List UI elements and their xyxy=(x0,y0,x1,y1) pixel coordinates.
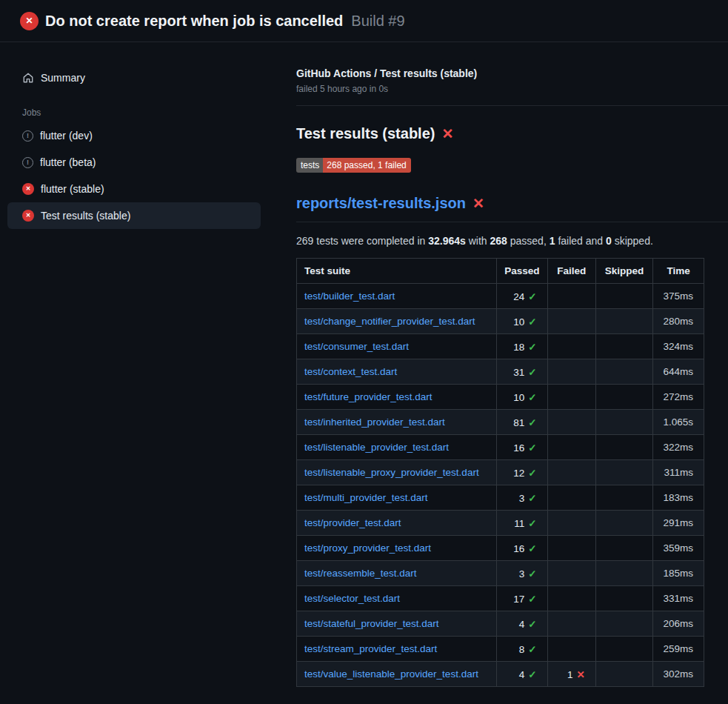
table-row: test/selector_test.dart17✓331ms xyxy=(297,586,704,611)
passed-cell: 10✓ xyxy=(497,309,547,334)
time-cell: 359ms xyxy=(653,536,704,561)
failed-cell xyxy=(547,359,595,385)
divider xyxy=(296,105,728,106)
time-cell: 331ms xyxy=(653,586,704,611)
failed-cell xyxy=(547,309,595,334)
sidebar-item-flutter-stable[interactable]: ✕ flutter (stable) xyxy=(7,176,261,202)
sidebar-item-test-results-stable[interactable]: ✕ Test results (stable) xyxy=(7,202,261,229)
time-cell: 644ms xyxy=(653,359,704,385)
report-title-link[interactable]: reports/test-results.json xyxy=(296,195,466,212)
check-icon: ✓ xyxy=(528,543,536,554)
failed-cell: 1✕ xyxy=(547,662,595,687)
check-icon: ✓ xyxy=(528,417,536,428)
passed-count: 18 xyxy=(513,342,524,353)
check-icon: ✓ xyxy=(528,619,536,630)
section-title: Test results (stable) xyxy=(296,125,435,142)
failed-cell xyxy=(547,611,595,637)
job-failed-icon: ✕ xyxy=(22,210,34,222)
suite-link[interactable]: test/context_test.dart xyxy=(304,366,397,377)
passed-cell: 16✓ xyxy=(497,435,547,460)
time-cell: 302ms xyxy=(653,662,704,687)
suite-link[interactable]: test/listenable_proxy_provider_test.dart xyxy=(304,467,479,478)
suite-cell: test/future_provider_test.dart xyxy=(297,385,497,410)
summary-skipped: 0 xyxy=(606,235,612,247)
table-row: test/stream_provider_test.dart8✓259ms xyxy=(297,637,704,662)
time-cell: 322ms xyxy=(653,435,704,460)
summary-failed: 1 xyxy=(550,235,555,247)
passed-cell: 17✓ xyxy=(497,586,547,611)
table-row: test/listenable_provider_test.dart16✓322… xyxy=(297,435,704,460)
suite-link[interactable]: test/provider_test.dart xyxy=(304,517,401,528)
skipped-cell xyxy=(595,485,652,511)
time-cell: 311ms xyxy=(653,460,704,485)
col-time: Time xyxy=(653,259,704,284)
passed-cell: 8✓ xyxy=(497,637,547,662)
sidebar-item-summary[interactable]: Summary xyxy=(7,64,261,91)
suite-link[interactable]: test/future_provider_test.dart xyxy=(304,391,433,402)
suite-link[interactable]: test/inherited_provider_test.dart xyxy=(304,416,445,428)
table-row: test/consumer_test.dart18✓324ms xyxy=(297,334,704,359)
suite-link[interactable]: test/listenable_provider_test.dart xyxy=(304,442,449,453)
suite-link[interactable]: test/stream_provider_test.dart xyxy=(304,643,437,654)
time-cell: 375ms xyxy=(653,284,704,309)
suite-cell: test/inherited_provider_test.dart xyxy=(297,410,497,435)
table-row: test/value_listenable_provider_test.dart… xyxy=(297,662,704,687)
jobs-heading: Jobs xyxy=(22,107,261,118)
table-row: test/multi_provider_test.dart3✓183ms xyxy=(297,485,704,511)
job-label: flutter (beta) xyxy=(40,156,96,168)
suite-link[interactable]: test/consumer_test.dart xyxy=(304,341,409,352)
table-row: test/proxy_provider_test.dart16✓359ms xyxy=(297,536,704,561)
failed-cell xyxy=(547,536,595,561)
suite-link[interactable]: test/reassemble_test.dart xyxy=(304,568,417,579)
suite-link[interactable]: test/value_listenable_provider_test.dart xyxy=(304,668,478,680)
table-row: test/stateful_provider_test.dart4✓206ms xyxy=(297,611,704,637)
failed-cell xyxy=(547,511,595,536)
time-cell: 206ms xyxy=(653,611,704,637)
passed-count: 11 xyxy=(514,518,524,529)
table-row: test/change_notifier_provider_test.dart1… xyxy=(297,309,704,334)
time-cell: 280ms xyxy=(653,309,704,334)
breadcrumb: GitHub Actions / Test results (stable) xyxy=(296,67,728,79)
sidebar-item-flutter-dev[interactable]: ! flutter (dev) xyxy=(7,122,261,149)
suite-link[interactable]: test/change_notifier_provider_test.dart xyxy=(304,316,475,327)
failed-cell xyxy=(547,284,595,309)
x-icon: ✕ xyxy=(577,669,585,680)
suite-link[interactable]: test/stateful_provider_test.dart xyxy=(304,618,439,629)
skipped-cell xyxy=(595,284,652,309)
passed-cell: 4✓ xyxy=(497,662,547,687)
failed-cell xyxy=(547,637,595,662)
results-table-body: test/builder_test.dart24✓375mstest/chang… xyxy=(297,284,704,687)
check-icon: ✓ xyxy=(528,468,536,479)
report-heading: reports/test-results.json ✕ xyxy=(296,195,728,222)
passed-count: 16 xyxy=(513,543,524,554)
table-row: test/inherited_provider_test.dart81✓1.06… xyxy=(297,410,704,435)
passed-count: 16 xyxy=(513,442,524,454)
suite-cell: test/provider_test.dart xyxy=(297,511,497,536)
skipped-cell xyxy=(595,662,652,687)
passed-count: 12 xyxy=(513,468,524,479)
job-neutral-icon: ! xyxy=(22,130,33,142)
failed-cell xyxy=(547,334,595,359)
suite-link[interactable]: test/selector_test.dart xyxy=(304,593,400,604)
check-icon: ✓ xyxy=(528,316,536,328)
suite-link[interactable]: test/builder_test.dart xyxy=(304,290,395,302)
table-row: test/reassemble_test.dart3✓185ms xyxy=(297,561,704,586)
check-icon: ✓ xyxy=(528,518,536,529)
suite-cell: test/multi_provider_test.dart xyxy=(297,485,497,511)
passed-cell: 16✓ xyxy=(497,536,547,561)
skipped-cell xyxy=(595,561,652,586)
failed-count: 1 xyxy=(567,669,573,680)
skipped-cell xyxy=(595,511,652,536)
tests-status-badge: tests 268 passed, 1 failed xyxy=(296,158,411,173)
skipped-cell xyxy=(595,410,652,435)
suite-link[interactable]: test/multi_provider_test.dart xyxy=(304,492,428,503)
skipped-cell xyxy=(595,586,652,611)
sidebar-item-flutter-beta[interactable]: ! flutter (beta) xyxy=(7,149,261,176)
jobs-sidebar: Summary Jobs ! flutter (dev) ! flutter (… xyxy=(0,42,278,229)
job-detail-panel: GitHub Actions / Test results (stable) f… xyxy=(278,42,728,687)
suite-link[interactable]: test/proxy_provider_test.dart xyxy=(304,542,431,554)
check-icon: ✓ xyxy=(528,342,536,353)
passed-count: 31 xyxy=(513,367,524,378)
passed-cell: 18✓ xyxy=(497,334,547,359)
job-failed-icon: ✕ xyxy=(22,183,34,195)
